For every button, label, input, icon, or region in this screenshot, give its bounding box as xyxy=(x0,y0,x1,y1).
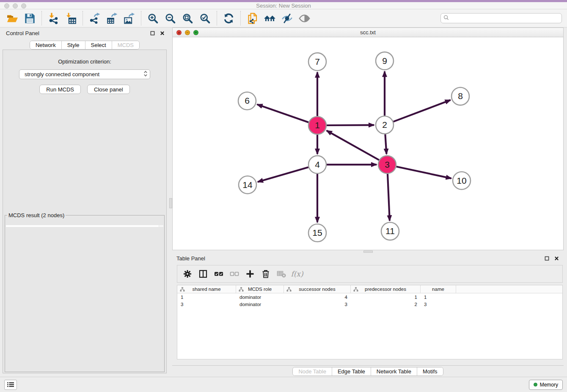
graph-edge-3-10[interactable] xyxy=(396,166,451,178)
delete-row-button[interactable] xyxy=(260,268,272,280)
zoom-out-icon xyxy=(165,13,176,24)
columns-icon xyxy=(198,269,208,279)
control-panel-close-button[interactable] xyxy=(159,30,165,36)
tab-network[interactable]: Network xyxy=(30,41,62,49)
attribute-type-icon xyxy=(239,287,244,292)
column-header-label: MCDS role xyxy=(248,287,272,292)
tab-node-table[interactable]: Node Table xyxy=(293,367,332,375)
tab-network-table[interactable]: Network Table xyxy=(371,367,417,375)
export-table-button[interactable] xyxy=(105,11,119,25)
search-box[interactable] xyxy=(440,13,562,23)
run-mcds-button[interactable]: Run MCDS xyxy=(39,85,81,94)
memory-status-icon xyxy=(534,383,537,386)
network-view-window: x − + scc.txt 7968124314101511 xyxy=(172,28,564,250)
add-row-icon xyxy=(245,269,255,279)
gear-icon xyxy=(183,269,192,279)
export-network-button[interactable] xyxy=(87,11,102,25)
select-all-button[interactable] xyxy=(213,268,225,280)
optimization-criterion-select[interactable]: strongly connected component xyxy=(19,69,150,79)
import-network-button[interactable] xyxy=(46,11,61,25)
open-session-button[interactable] xyxy=(5,11,19,25)
table-body: 1dominator4113dominator323 xyxy=(177,293,562,359)
import-table-button[interactable] xyxy=(63,11,78,25)
delete-table-button xyxy=(275,268,287,280)
clear-selection-button[interactable] xyxy=(228,268,240,280)
graph-edge-4-14[interactable] xyxy=(258,167,308,182)
add-row-button[interactable] xyxy=(244,268,256,280)
table-cell: 3 xyxy=(284,301,351,308)
graph-edge-2-8[interactable] xyxy=(394,100,451,121)
status-bar: Memory xyxy=(0,377,567,392)
tab-edge-table[interactable]: Edge Table xyxy=(332,367,371,375)
zoom-in-button[interactable] xyxy=(146,11,160,25)
column-header-name[interactable]: name xyxy=(421,285,456,293)
graph-edge-3-11[interactable] xyxy=(388,174,390,221)
splitter-grip[interactable] xyxy=(169,198,172,208)
column-header-shared-name[interactable]: shared name xyxy=(177,285,236,293)
splitter-grip[interactable] xyxy=(363,251,373,253)
mcds-result-text[interactable]: 13 xyxy=(6,225,163,227)
gear-button[interactable] xyxy=(182,268,193,280)
column-header-successor-nodes[interactable]: successor nodes xyxy=(284,285,351,293)
control-panel-float-button[interactable] xyxy=(149,30,155,36)
column-header-MCDS-role[interactable]: MCDS role xyxy=(236,285,284,293)
open-session-icon xyxy=(7,13,18,24)
graph-node-label: 6 xyxy=(245,96,250,105)
tab-mcds[interactable]: MCDS xyxy=(112,41,139,49)
column-header-predecessor-nodes[interactable]: predecessor nodes xyxy=(351,285,421,293)
vertical-splitter[interactable] xyxy=(169,28,172,377)
tab-select[interactable]: Select xyxy=(85,41,112,49)
network-window-title: scc.txt xyxy=(173,28,563,37)
tab-style[interactable]: Style xyxy=(62,41,85,49)
table-panel-header: Table Panel xyxy=(172,253,564,264)
toolbar-separator xyxy=(141,11,141,25)
close-panel-button[interactable]: Close panel xyxy=(87,85,130,94)
zoom-fit-button[interactable] xyxy=(180,11,195,25)
graph-node-label: 2 xyxy=(382,120,387,130)
result-scrollbar[interactable] xyxy=(159,225,163,227)
zoom-selected-button[interactable] xyxy=(198,11,212,25)
mcds-result-fieldset: MCDS result (2 nodes) 13 xyxy=(5,212,165,372)
birds-eye-view-button[interactable] xyxy=(297,11,311,25)
graph-edge-2-3[interactable] xyxy=(385,134,386,154)
mcds-tab-content: Optimization criterion: strongly connect… xyxy=(3,50,167,373)
select-stepper-icon xyxy=(143,70,148,79)
tab-motifs[interactable]: Motifs xyxy=(417,367,443,375)
refresh-button[interactable] xyxy=(221,11,236,25)
select-all-icon xyxy=(214,269,223,279)
network-graph: 7968124314101511 xyxy=(173,37,563,250)
header-filler xyxy=(456,285,562,293)
column-header-label: shared name xyxy=(192,287,220,292)
refresh-icon xyxy=(223,13,234,24)
houses-icon xyxy=(264,13,275,24)
graph-edge-1-6[interactable] xyxy=(257,105,309,122)
attribute-type-icon xyxy=(180,287,185,292)
houses-button[interactable] xyxy=(262,11,277,25)
clone-network-button[interactable] xyxy=(245,11,259,25)
save-session-button[interactable] xyxy=(22,11,37,25)
column-header-label: predecessor nodes xyxy=(365,287,406,292)
table-row[interactable]: 3dominator323 xyxy=(177,301,562,308)
hide-graphics-details-button[interactable] xyxy=(280,11,294,25)
table-cell: 4 xyxy=(284,293,351,301)
export-network-icon xyxy=(89,13,100,24)
table-panel-float-button[interactable] xyxy=(544,255,550,261)
task-history-button[interactable] xyxy=(4,380,17,390)
table-cell: 1 xyxy=(421,293,456,301)
memory-label: Memory xyxy=(540,382,558,388)
table-row[interactable]: 1dominator411 xyxy=(177,293,562,301)
zoom-out-button[interactable] xyxy=(163,11,177,25)
network-canvas[interactable]: 7968124314101511 xyxy=(173,37,563,250)
table-cell: 1 xyxy=(351,293,421,301)
table-panel-close-button[interactable] xyxy=(553,255,559,261)
columns-button[interactable] xyxy=(197,268,209,280)
save-session-icon xyxy=(24,13,36,24)
search-input[interactable] xyxy=(451,15,559,21)
clone-network-icon xyxy=(247,13,258,24)
search-icon xyxy=(443,14,449,22)
graph-edge-3-1[interactable] xyxy=(327,130,379,160)
memory-button[interactable]: Memory xyxy=(529,380,563,390)
export-image-icon xyxy=(124,13,135,24)
graph-edge-1-2[interactable] xyxy=(327,125,374,125)
export-image-button[interactable] xyxy=(122,11,136,25)
